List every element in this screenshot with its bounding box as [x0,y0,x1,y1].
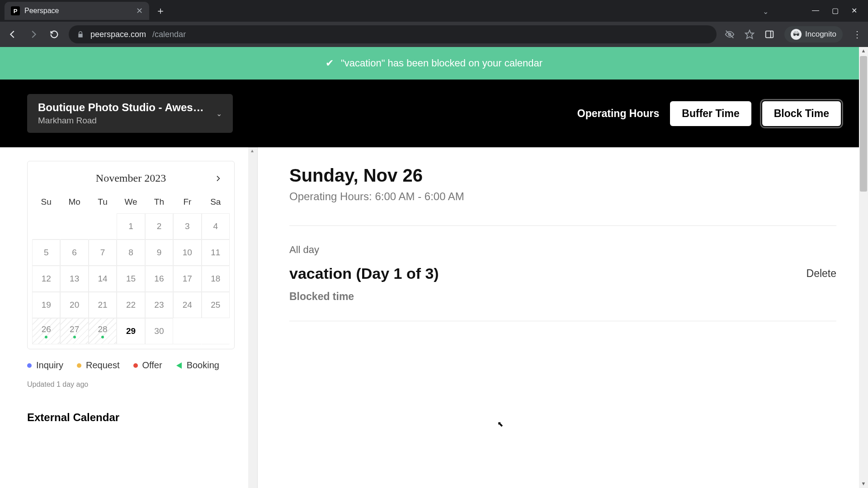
calendar-day[interactable]: 12 [32,266,60,292]
new-tab-button[interactable]: ＋ [156,4,165,18]
delete-button[interactable]: Delete [807,267,836,280]
space-title: Boutique Photo Studio - Awesome [38,101,210,114]
day-of-week-label: Th [145,192,173,213]
block-time-button[interactable]: Block Time [762,101,841,126]
toolbar-right-icons: 🕶 Incognito ⋮ [725,26,862,42]
sidebar: November 2023 SuMoTuWeThFrSa123456789101… [0,147,258,488]
calendar-day[interactable]: 23 [145,292,173,318]
kebab-menu-icon[interactable]: ⋮ [853,29,862,40]
favicon-icon: P [11,6,20,15]
allday-label: All day [289,244,836,256]
sidebar-scrollbar[interactable] [248,147,257,488]
next-month-button[interactable] [214,175,222,182]
calendar-day[interactable]: 24 [173,292,201,318]
calendar-day[interactable]: 6 [60,239,88,266]
calendar-day[interactable]: 5 [32,239,60,266]
svg-marker-2 [745,30,754,38]
reload-button[interactable] [48,28,61,41]
address-bar[interactable]: peerspace.com/calendar [69,25,717,43]
divider [289,225,836,226]
calendar-day[interactable]: 9 [145,239,173,266]
calendar-day[interactable]: 27 [60,318,88,344]
content-area: November 2023 SuMoTuWeThFrSa123456789101… [0,147,868,488]
incognito-icon: 🕶 [791,29,802,40]
calendar-day-blank [32,213,60,239]
external-calendar-heading: External Calendar [27,411,235,424]
calendar-day[interactable]: 17 [173,266,201,292]
scroll-down-icon[interactable]: ▼ [860,481,867,487]
day-of-week-label: We [117,192,145,213]
calendar-day[interactable]: 10 [173,239,201,266]
incognito-badge[interactable]: 🕶 Incognito [784,26,843,42]
mini-calendar: November 2023 SuMoTuWeThFrSa123456789101… [27,161,235,349]
calendar-day[interactable]: 16 [145,266,173,292]
operating-hours-link[interactable]: Operating Hours [577,108,659,120]
legend-inquiry: Inquiry [27,360,63,371]
legend-offer: Offer [133,360,162,371]
maximize-icon[interactable]: ▢ [832,6,839,15]
scrollbar-thumb[interactable] [860,56,867,192]
eye-off-icon[interactable] [725,29,735,39]
forward-button[interactable] [27,28,40,41]
month-label: November 2023 [96,172,166,184]
calendar-day[interactable]: 14 [89,266,117,292]
page-header: Boutique Photo Studio - Awesome Markham … [0,80,868,147]
day-of-week-label: Sa [202,192,230,213]
calendar-day[interactable]: 1 [117,213,145,239]
tab-overflow-icon[interactable]: ⌄ [763,7,769,16]
space-subtitle: Markham Road [38,116,210,126]
dot-icon [133,363,138,368]
buffer-time-button[interactable]: Buffer Time [670,101,751,126]
event-dot-icon [73,336,76,338]
calendar-day-blank [202,318,230,344]
back-button[interactable] [6,28,19,41]
close-tab-icon[interactable]: ✕ [136,6,143,16]
browser-chrome: P Peerspace ✕ ＋ ⌄ — ▢ ✕ peerspace.com/ca… [0,0,868,47]
divider [289,321,836,321]
space-selector[interactable]: Boutique Photo Studio - Awesome Markham … [27,94,233,133]
calendar-day[interactable]: 19 [32,292,60,318]
banner-message: "vacation" has been blocked on your cale… [341,57,542,69]
url-path: /calendar [152,30,186,39]
calendar-day[interactable]: 7 [89,239,117,266]
panel-icon[interactable] [764,29,774,39]
browser-toolbar: peerspace.com/calendar 🕶 Incognito ⋮ [0,22,868,47]
calendar-day[interactable]: 22 [117,292,145,318]
page-scrollbar[interactable]: ▲ ▼ [859,47,868,488]
day-of-week-label: Mo [60,192,88,213]
calendar-legend: Inquiry Request Offer Booking [27,360,235,371]
event-dot-icon [101,336,104,338]
calendar-day[interactable]: 20 [60,292,88,318]
legend-booking: Booking [176,360,219,371]
calendar-day[interactable]: 25 [202,292,230,318]
calendar-day[interactable]: 26 [32,318,60,344]
calendar-day[interactable]: 29 [117,318,145,344]
blocked-time-label: Blocked time [289,291,836,303]
calendar-day-blank [89,213,117,239]
calendar-day[interactable]: 2 [145,213,173,239]
updated-text: Updated 1 day ago [27,380,235,389]
success-banner: ✔ "vacation" has been blocked on your ca… [0,47,868,80]
calendar-day[interactable]: 8 [117,239,145,266]
calendar-day[interactable]: 11 [202,239,230,266]
lock-icon [77,31,84,38]
calendar-day[interactable]: 4 [202,213,230,239]
calendar-day[interactable]: 30 [145,318,173,344]
browser-tab[interactable]: P Peerspace ✕ [5,2,149,20]
minimize-icon[interactable]: — [812,6,819,15]
calendar-day[interactable]: 18 [202,266,230,292]
calendar-day[interactable]: 3 [173,213,201,239]
event-block: All day vacation (Day 1 of 3) Delete Blo… [289,244,836,303]
event-title: vacation (Day 1 of 3) [289,265,439,282]
calendar-day[interactable]: 21 [89,292,117,318]
calendar-day[interactable]: 28 [89,318,117,344]
incognito-label: Incognito [805,30,836,39]
calendar-day[interactable]: 13 [60,266,88,292]
scroll-up-icon[interactable]: ▲ [860,48,867,54]
operating-hours-text: Operating Hours: 6:00 AM - 6:00 AM [289,190,836,203]
window-controls: — ▢ ✕ [801,0,868,21]
close-window-icon[interactable]: ✕ [851,6,857,15]
bookmark-star-icon[interactable] [745,29,755,39]
dot-icon [77,363,81,368]
calendar-day[interactable]: 15 [117,266,145,292]
